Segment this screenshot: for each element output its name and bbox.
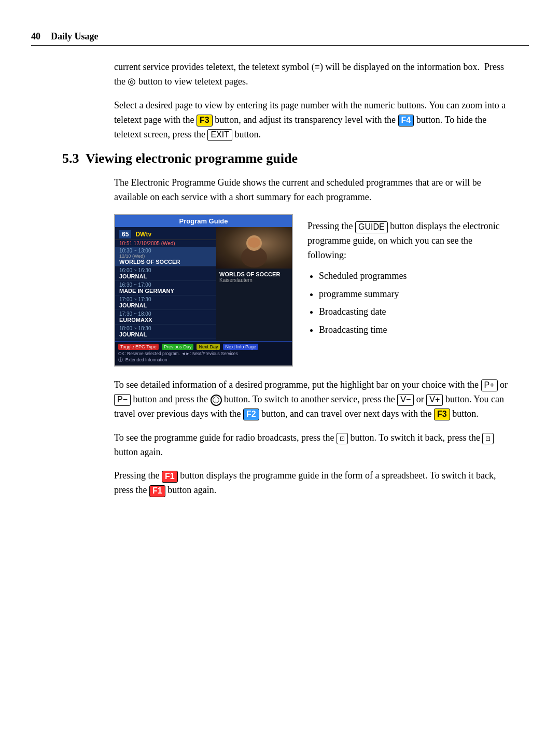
guide-row-2-time: 16:00 ~ 16:30 <box>119 268 212 273</box>
radio-btn-1: ⊡ <box>337 433 348 444</box>
paragraph-1: current service provides teletext, the t… <box>114 60 508 89</box>
paragraph-3: The Electronic Programme Guide shows the… <box>114 176 508 205</box>
guide-bottom-bar: Toggle EPG Type Previous Day Next Day Ne… <box>115 341 292 365</box>
section-number: 5.3 <box>62 151 79 166</box>
radio-btn-2: ⊡ <box>482 433 494 444</box>
guide-btn-red: Toggle EPG Type <box>118 344 159 350</box>
f3-key-b: F3 <box>434 409 450 420</box>
guide-row-1-time: 10:30 ~ 13:00 <box>119 248 212 254</box>
guide-row-4: 17:00 ~ 17:30 JOURNAL <box>115 295 216 310</box>
p-plus-key: P+ <box>481 379 498 391</box>
bullet-scheduled: Scheduled programmes <box>319 268 508 284</box>
v-minus-key: V− <box>397 394 414 406</box>
guide-row-4-title: JOURNAL <box>119 302 212 308</box>
bullet-date: Broadcasting date <box>319 304 508 320</box>
programme-guide-image: Program Guide 65 DWtv 10:51 12/10/2005 (… <box>114 214 293 367</box>
figure-row: Program Guide 65 DWtv 10:51 12/10/2005 (… <box>114 214 508 367</box>
f3-key: F3 <box>197 115 213 126</box>
paragraph-2: Select a desired page to view by enterin… <box>114 98 508 142</box>
guide-thumbnail-inner <box>216 227 292 269</box>
chapter-title-header: Daily Usage <box>51 31 99 42</box>
page-container: 40 Daily Usage current service provides … <box>0 21 560 528</box>
section-heading-container: 5.3 Viewing electronic programme guide <box>62 151 529 166</box>
guide-btn-yellow: Next Day <box>197 344 220 350</box>
f1-key-b: F1 <box>149 485 165 497</box>
guide-info-sub: Kaiserslautern <box>219 277 289 283</box>
f4-key: F4 <box>398 115 414 126</box>
guide-time-info: 10:51 12/10/2005 (Wed) <box>115 240 216 247</box>
guide-btn-green: Previous Day <box>162 344 194 350</box>
bullet-list: Scheduled programmes programme summary B… <box>319 268 508 337</box>
p-minus-key: P− <box>114 394 131 406</box>
guide-body: 65 DWtv 10:51 12/10/2005 (Wed) 10:30 ~ 1… <box>115 227 292 341</box>
page-header: 40 Daily Usage <box>31 31 529 46</box>
guide-row-4-time: 17:00 ~ 17:30 <box>119 297 212 302</box>
guide-row-6-time: 18:00 ~ 18:30 <box>119 326 212 331</box>
guide-info-panel: WORLDS OF SOCCER Kaiserslautern <box>216 269 292 286</box>
guide-btn-row: Toggle EPG Type Previous Day Next Day Ne… <box>118 344 289 350</box>
guide-info-title: WORLDS OF SOCCER <box>219 271 289 277</box>
side-text: Pressing the GUIDE button displays the e… <box>307 214 508 340</box>
f1-key: F1 <box>162 471 178 483</box>
guide-channel-name: DWtv <box>135 231 151 238</box>
guide-row-1-title: WORLDS OF SOCCER <box>119 259 212 265</box>
paragraph-4: To see detailed information of a desired… <box>114 378 508 421</box>
guide-thumbnail <box>216 227 292 269</box>
guide-title-bar: Program Guide <box>115 215 292 227</box>
bullet-time: Broadcasting time <box>319 322 508 338</box>
paragraph-6: Pressing the F1 button displays the prog… <box>114 469 508 498</box>
bullet-summary: programme summary <box>319 286 508 302</box>
guide-channel-number: 65 <box>119 230 131 238</box>
svg-point-2 <box>248 237 260 248</box>
pressing-text: Pressing the GUIDE button displays the e… <box>307 219 508 263</box>
guide-row-5: 17:30 ~ 18:00 EUROMAXX <box>115 310 216 325</box>
section-title: Viewing electronic programme guide <box>86 151 298 166</box>
v-plus-key: V+ <box>426 394 443 406</box>
info-btn: ⓘ <box>211 395 222 406</box>
f2-key: F2 <box>243 409 259 420</box>
guide-row-5-title: EUROMAXX <box>119 317 212 323</box>
guide-key: GUIDE <box>355 221 388 233</box>
page-number: 40 <box>31 31 40 42</box>
thumbnail-svg <box>233 229 275 268</box>
guide-channel-info: 65 DWtv <box>115 229 216 240</box>
guide-row-3: 16:30 ~ 17:00 MADE IN GERMANY <box>115 281 216 295</box>
guide-row-1: 10:30 ~ 13:00 12/10 (Wed) WORLDS OF SOCC… <box>115 247 216 266</box>
section-heading: 5.3 Viewing electronic programme guide <box>62 151 298 166</box>
guide-left-panel: 65 DWtv 10:51 12/10/2005 (Wed) 10:30 ~ 1… <box>115 227 216 341</box>
guide-bottom-text-1: OK: Reserve selected program. ◄►: Next/P… <box>118 351 289 357</box>
exit-key: EXIT <box>207 129 232 141</box>
guide-row-2-title: JOURNAL <box>119 273 212 279</box>
guide-row-6-title: JOURNAL <box>119 331 212 337</box>
guide-bottom-text-2: ⓘ: Extended Information <box>118 357 289 363</box>
paragraph-5: To see the programme guide for radio bro… <box>114 431 508 460</box>
guide-row-1-date: 12/10 (Wed) <box>119 254 212 259</box>
guide-row-5-time: 17:30 ~ 18:00 <box>119 311 212 317</box>
guide-right-panel: WORLDS OF SOCCER Kaiserslautern <box>216 227 292 341</box>
guide-row-3-title: MADE IN GERMANY <box>119 288 212 294</box>
guide-row-3-time: 16:30 ~ 17:00 <box>119 282 212 288</box>
guide-row-2: 16:00 ~ 16:30 JOURNAL <box>115 266 216 281</box>
guide-row-6: 18:00 ~ 18:30 JOURNAL <box>115 325 216 339</box>
guide-btn-blue: Next Info Page <box>223 344 258 350</box>
